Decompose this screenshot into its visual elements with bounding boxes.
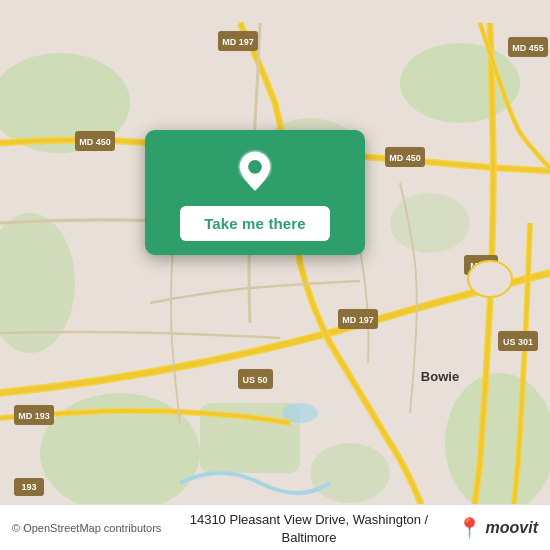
svg-text:MD 193: MD 193 (18, 411, 50, 421)
bottom-left: © OpenStreetMap contributors (12, 522, 161, 534)
moovit-pin-icon: 📍 (457, 516, 482, 540)
moovit-brand-text: moovit (486, 519, 538, 537)
bottom-bar: © OpenStreetMap contributors 14310 Pleas… (0, 504, 550, 550)
svg-text:MD 197: MD 197 (342, 315, 374, 325)
svg-point-3 (445, 373, 550, 513)
map-svg: MD 197 MD 450 MD 450 MD 193 193 MD 197 U… (0, 0, 550, 550)
svg-text:MD 450: MD 450 (79, 137, 111, 147)
svg-text:US 50: US 50 (242, 375, 267, 385)
osm-credit: © OpenStreetMap contributors (12, 522, 161, 534)
popup-icon-area (145, 130, 365, 206)
address-text: 14310 Pleasant View Drive, Washington / … (190, 512, 428, 545)
svg-point-33 (248, 160, 262, 174)
svg-text:MD 455: MD 455 (512, 43, 544, 53)
moovit-logo: 📍 moovit (457, 516, 538, 540)
svg-text:MD 450: MD 450 (389, 153, 421, 163)
svg-text:US 301: US 301 (503, 337, 533, 347)
svg-point-5 (310, 443, 390, 503)
svg-point-31 (468, 261, 512, 297)
svg-text:MD 197: MD 197 (222, 37, 254, 47)
take-me-there-button[interactable]: Take me there (180, 206, 330, 241)
svg-text:193: 193 (21, 482, 36, 492)
location-pin-icon (231, 148, 279, 196)
popup-card: Take me there (145, 130, 365, 255)
svg-text:Bowie: Bowie (421, 369, 459, 384)
map-container: MD 197 MD 450 MD 450 MD 193 193 MD 197 U… (0, 0, 550, 550)
svg-point-8 (390, 193, 470, 253)
